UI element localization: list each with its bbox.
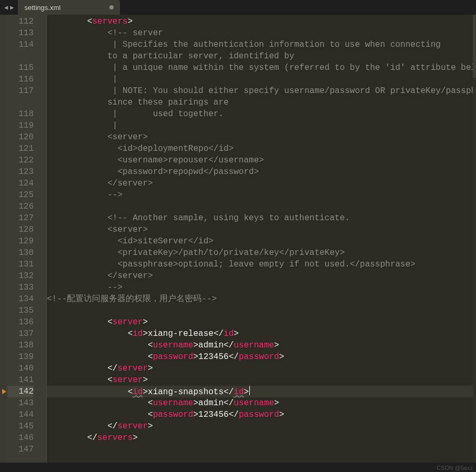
- tab-label: settings.xml: [24, 4, 104, 12]
- line-number: 128: [7, 224, 34, 235]
- code-line[interactable]: <username>admin</username>: [47, 397, 476, 409]
- code-line[interactable]: <server>: [47, 224, 476, 235]
- line-number: 126: [7, 201, 34, 212]
- code-line[interactable]: <password>repopwd</password>: [47, 166, 476, 178]
- line-number: 119: [7, 120, 34, 131]
- line-number: 131: [7, 259, 34, 270]
- nav-forward-icon[interactable]: ▶: [10, 4, 14, 12]
- line-number: 120: [7, 131, 34, 143]
- code-line[interactable]: </server>: [47, 270, 476, 282]
- code-line[interactable]: since these pairings are: [47, 97, 476, 108]
- code-line[interactable]: [47, 305, 476, 316]
- code-line[interactable]: <id>xiang-release</id>: [47, 328, 476, 340]
- code-line[interactable]: <server>: [47, 316, 476, 328]
- code-line[interactable]: <!-- Another sample, using keys to authe…: [47, 212, 476, 224]
- line-number: 132: [7, 270, 34, 282]
- title-bar: ◀ ▶ settings.xml: [0, 0, 476, 15]
- tab-settings-xml[interactable]: settings.xml: [18, 0, 120, 15]
- line-number: 123: [7, 166, 34, 178]
- line-number: 116: [7, 74, 34, 85]
- code-line[interactable]: | Specifies the authentication informati…: [47, 39, 476, 50]
- code-line[interactable]: [47, 201, 476, 212]
- code-line[interactable]: | a unique name within the system (refer…: [47, 62, 476, 74]
- code-line[interactable]: |: [47, 74, 476, 85]
- line-number: 127: [7, 212, 34, 224]
- watermark: CSDN @5axz: [437, 465, 473, 471]
- code-line[interactable]: <privateKey>/path/to/private/key</privat…: [47, 247, 476, 259]
- line-number: 145: [7, 420, 34, 432]
- text-cursor: [249, 386, 250, 395]
- line-number: 147: [7, 444, 34, 455]
- code-line[interactable]: |: [47, 120, 476, 131]
- line-number: 142: [7, 386, 34, 397]
- line-number: [7, 50, 34, 62]
- code-line[interactable]: -->: [47, 189, 476, 201]
- line-number: 137: [7, 328, 34, 340]
- code-line[interactable]: <username>repouser</username>: [47, 155, 476, 166]
- line-number: 146: [7, 432, 34, 444]
- line-number-gutter: 1121131141151161171181191201211221231241…: [6, 15, 37, 463]
- line-number: 122: [7, 155, 34, 166]
- line-number: 121: [7, 143, 34, 155]
- code-line[interactable]: <username>admin</username>: [47, 340, 476, 351]
- fold-column: [37, 15, 47, 463]
- code-area[interactable]: <servers> <!-- server | Specifies the au…: [47, 15, 476, 463]
- line-number: 112: [7, 16, 34, 27]
- code-line[interactable]: <passphrase>optional; leave empty if not…: [47, 259, 476, 270]
- code-line[interactable]: <servers>: [47, 16, 476, 27]
- code-line[interactable]: <server>: [47, 374, 476, 386]
- code-line[interactable]: </server>: [47, 363, 476, 374]
- line-number: 115: [7, 62, 34, 74]
- minimap-viewport[interactable]: [473, 15, 476, 78]
- code-line[interactable]: <id>xiang-snapshots</id>: [47, 386, 476, 397]
- code-line[interactable]: <id>siteServer</id>: [47, 235, 476, 247]
- code-line[interactable]: <id>deploymentRepo</id>: [47, 143, 476, 155]
- code-line[interactable]: </server>: [47, 420, 476, 432]
- line-number: [7, 97, 34, 108]
- line-number: 133: [7, 282, 34, 293]
- nav-arrows: ◀ ▶: [4, 4, 14, 12]
- bottom-strip: [0, 463, 476, 472]
- line-number: 114: [7, 39, 34, 50]
- code-line[interactable]: [47, 444, 476, 455]
- code-line[interactable]: <!-- server: [47, 27, 476, 39]
- line-number: 125: [7, 189, 34, 201]
- dirty-dot-icon: [109, 5, 114, 9]
- line-number: 135: [7, 305, 34, 316]
- line-number: 117: [7, 85, 34, 97]
- line-number: 139: [7, 351, 34, 363]
- nav-back-icon[interactable]: ◀: [4, 4, 8, 12]
- code-line[interactable]: | NOTE: You should either specify userna…: [47, 85, 476, 97]
- code-line[interactable]: </servers>: [47, 432, 476, 444]
- line-number: 124: [7, 178, 34, 189]
- code-line[interactable]: to a particular server, identified by: [47, 50, 476, 62]
- code-line[interactable]: <password>123456</password>: [47, 351, 476, 363]
- line-number: 141: [7, 374, 34, 386]
- line-number: 134: [7, 293, 34, 305]
- editor-pane: 1121131141151161171181191201211221231241…: [0, 15, 476, 463]
- line-number: 140: [7, 363, 34, 374]
- minimap[interactable]: [473, 15, 476, 463]
- line-number: 144: [7, 409, 34, 420]
- code-line[interactable]: <!--配置访问服务器的权限，用户名密码-->: [47, 293, 476, 305]
- line-number: 136: [7, 316, 34, 328]
- line-number: 143: [7, 397, 34, 409]
- code-line[interactable]: -->: [47, 282, 476, 293]
- line-number: 118: [7, 108, 34, 120]
- line-number: 138: [7, 340, 34, 351]
- line-number: 130: [7, 247, 34, 259]
- code-line[interactable]: | used together.: [47, 108, 476, 120]
- code-line[interactable]: <server>: [47, 131, 476, 143]
- left-stripe: [0, 15, 6, 463]
- line-number: 113: [7, 27, 34, 39]
- code-line[interactable]: </server>: [47, 178, 476, 189]
- line-number: 129: [7, 235, 34, 247]
- code-line[interactable]: <password>123456</password>: [47, 409, 476, 420]
